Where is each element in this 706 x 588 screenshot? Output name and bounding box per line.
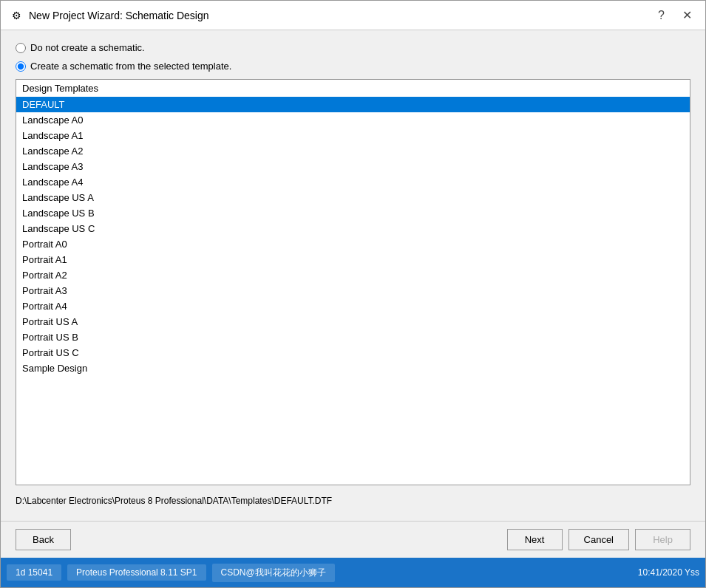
footer-right: Next Cancel Help: [507, 529, 690, 550]
dialog-body: Do not create a schematic. Create a sche…: [1, 30, 705, 521]
radio-from-template-label: Create a schematic from the selected tem…: [30, 61, 231, 72]
taskbar-item2[interactable]: Proteus Professional 8.11 SP1: [67, 564, 206, 581]
template-item[interactable]: Portrait US A: [16, 314, 690, 329]
help-button[interactable]: ?: [654, 8, 669, 23]
radio-from-template[interactable]: Create a schematic from the selected tem…: [16, 61, 690, 72]
radio-no-schematic[interactable]: Do not create a schematic.: [16, 42, 690, 53]
dialog-footer: Back Next Cancel Help: [1, 521, 705, 558]
cancel-button[interactable]: Cancel: [568, 529, 629, 550]
help-dialog-button: Help: [635, 529, 690, 550]
taskbar: 1d 15041 Proteus Professional 8.11 SP1 C…: [1, 558, 705, 587]
radio-from-template-input[interactable]: [16, 61, 26, 72]
file-path: D:\Labcenter Electronics\Proteus 8 Profe…: [16, 493, 690, 509]
template-item[interactable]: Landscape A0: [16, 112, 690, 128]
app-icon: ⚙: [10, 9, 23, 22]
template-item[interactable]: Landscape US A: [16, 190, 690, 205]
template-item[interactable]: Portrait A0: [16, 236, 690, 252]
template-item[interactable]: Portrait A1: [16, 252, 690, 267]
template-item[interactable]: Landscape A1: [16, 128, 690, 143]
taskbar-item1[interactable]: 1d 15041: [7, 564, 61, 581]
template-group-header: Design Templates: [16, 80, 690, 97]
template-item[interactable]: Portrait US B: [16, 329, 690, 345]
taskbar-time: 10:41/2020 Yss: [638, 567, 699, 578]
radio-no-schematic-label: Do not create a schematic.: [30, 42, 145, 53]
next-button[interactable]: Next: [507, 529, 563, 550]
title-bar-controls: ? ✕: [654, 8, 696, 23]
close-button[interactable]: ✕: [678, 8, 696, 23]
template-item[interactable]: Landscape A2: [16, 143, 690, 159]
taskbar-item3[interactable]: CSDN@我叫花花的小狮子: [212, 564, 335, 582]
template-item[interactable]: DEFAULT: [16, 97, 690, 112]
template-item[interactable]: Portrait A4: [16, 298, 690, 314]
template-item[interactable]: Portrait A2: [16, 267, 690, 283]
title-bar: ⚙ New Project Wizard: Schematic Design ?…: [1, 1, 705, 30]
dialog-title: New Project Wizard: Schematic Design: [29, 10, 209, 21]
template-item[interactable]: Portrait US C: [16, 345, 690, 360]
template-item[interactable]: Landscape US C: [16, 221, 690, 236]
footer-left: Back: [16, 529, 71, 550]
back-button[interactable]: Back: [16, 529, 71, 550]
template-item[interactable]: Portrait A3: [16, 283, 690, 298]
template-item[interactable]: Landscape A3: [16, 159, 690, 174]
template-item[interactable]: Sample Design: [16, 360, 690, 376]
template-item[interactable]: Landscape A4: [16, 174, 690, 190]
title-bar-left: ⚙ New Project Wizard: Schematic Design: [10, 9, 209, 22]
radio-no-schematic-input[interactable]: [16, 43, 26, 53]
template-list-container[interactable]: Design Templates DEFAULTLandscape A0Land…: [16, 79, 690, 485]
template-item[interactable]: Landscape US B: [16, 205, 690, 221]
